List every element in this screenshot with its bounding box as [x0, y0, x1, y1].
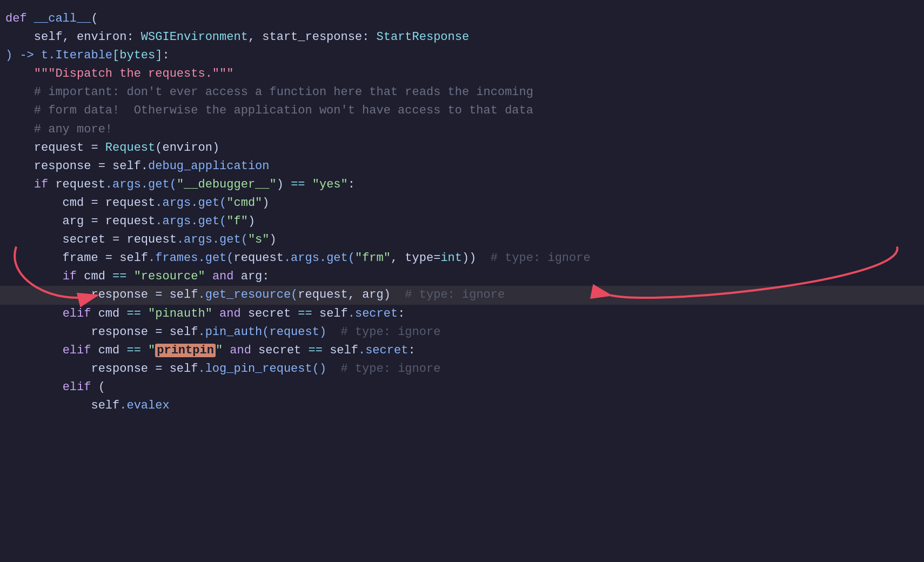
code-line: response = self.pin_auth(request) # type…: [0, 323, 924, 342]
code-line: def __call__(: [0, 10, 924, 28]
code-line: # any more!: [0, 121, 924, 139]
code-line: """Dispatch the requests.""": [0, 65, 924, 83]
code-line: # important: don't ever access a functio…: [0, 83, 924, 102]
code-line: self, environ: WSGIEnvironment, start_re…: [0, 28, 924, 46]
code-line: arg = request.args.get("f"): [0, 212, 924, 231]
code-line: if request.args.get("__debugger__") == "…: [0, 176, 924, 194]
code-line: response = self.log_pin_request() # type…: [0, 360, 924, 378]
code-line: response = self.debug_application: [0, 157, 924, 176]
code-line: self.evalex: [0, 397, 924, 415]
code-line: frame = self.frames.get(request.args.get…: [0, 249, 924, 267]
code-line: # form data! Otherwise the application w…: [0, 102, 924, 120]
code-line: elif (: [0, 378, 924, 397]
code-editor: def __call__( self, environ: WSGIEnviron…: [0, 0, 924, 562]
code-line: response = self.get_resource(request, ar…: [0, 286, 924, 304]
code-line: request = Request(environ): [0, 139, 924, 157]
code-line: elif cmd == "printpin" and secret == sel…: [0, 342, 924, 360]
code-line: secret = request.args.get("s"): [0, 231, 924, 249]
code-line: ) -> t.Iterable[bytes]:: [0, 46, 924, 65]
code-line: if cmd == "resource" and arg:: [0, 267, 924, 286]
code-line: cmd = request.args.get("cmd"): [0, 194, 924, 212]
code-line: elif cmd == "pinauth" and secret == self…: [0, 305, 924, 323]
